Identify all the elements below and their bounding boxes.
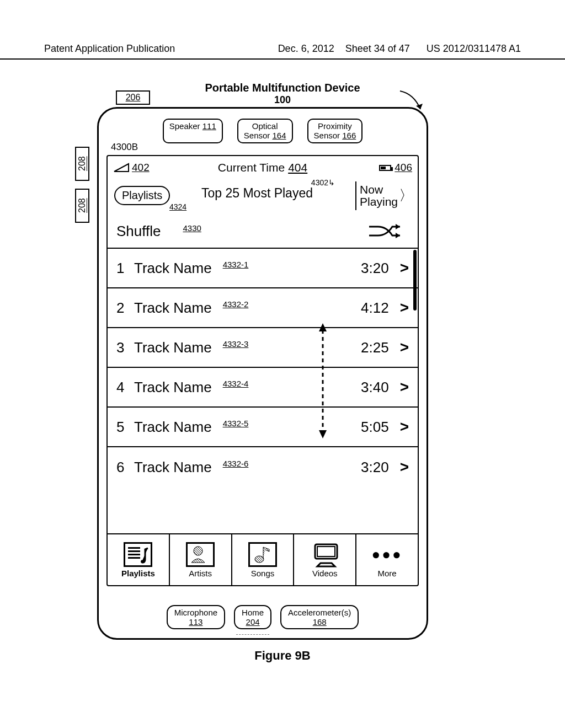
nav-title: Top 25 Most Played	[179, 186, 335, 201]
tab-playlists[interactable]: Playlists	[108, 534, 170, 585]
track-number: 3	[116, 339, 130, 356]
microphone-box: Microphone 113	[167, 605, 225, 630]
svg-rect-8	[128, 550, 140, 552]
svg-marker-0	[416, 104, 423, 109]
home-label: Home	[242, 608, 264, 617]
songs-icon	[248, 542, 277, 567]
home-ref: 204	[246, 617, 260, 627]
track-number: 4	[116, 379, 130, 396]
track-number: 1	[116, 260, 130, 277]
track-number: 6	[116, 459, 130, 476]
svg-marker-1	[114, 164, 129, 172]
tab-artists-label: Artists	[189, 569, 212, 578]
track-row[interactable]: 4Track Name4332-43:40>	[108, 368, 418, 408]
status-time: Current Time 404	[218, 161, 307, 174]
shuffle-icon	[368, 222, 408, 241]
tracks-list[interactable]: 1Track Name4332-13:20>2Track Name4332-24…	[108, 249, 418, 487]
status-bar: 402 Current Time 404 406	[108, 156, 418, 179]
tab-songs[interactable]: Songs	[232, 534, 295, 585]
battery-icon	[379, 165, 391, 171]
battery-ref: 406	[395, 162, 412, 174]
now-playing-line2: Playing	[360, 195, 398, 208]
svg-marker-3	[396, 224, 400, 229]
accelerometer-box: Accelerometer(s) 168	[280, 605, 359, 630]
track-row[interactable]: 6Track Name4332-63:20>	[108, 447, 418, 487]
track-ref: 4332-6	[223, 459, 249, 468]
track-row[interactable]: 3Track Name4332-32:25>	[108, 328, 418, 368]
tab-artists[interactable]: Artists	[170, 534, 232, 585]
svg-rect-14	[317, 547, 335, 556]
now-playing-line1: Now	[360, 183, 383, 196]
tab-more[interactable]: ●●● More	[356, 534, 418, 585]
track-row[interactable]: 1Track Name4332-13:20>	[108, 249, 418, 288]
now-playing-ref: 4302↳	[311, 178, 335, 187]
artists-icon	[186, 542, 215, 567]
ui-ref-4300b: 4300B	[111, 142, 138, 153]
figure-caption: Figure 9B	[0, 649, 565, 663]
proximity-sensor-box: Proximity Sensor 166	[307, 119, 363, 143]
svg-rect-7	[128, 547, 140, 549]
track-name: Track Name	[134, 260, 212, 277]
track-duration: 3:20	[361, 260, 389, 277]
speaker-ref: 111	[202, 121, 216, 131]
track-ref: 4332-4	[223, 379, 249, 388]
accel-label: Accelerometer(s)	[288, 608, 351, 617]
track-name: Track Name	[134, 339, 212, 356]
track-name: Track Name	[134, 379, 212, 396]
touchscreen[interactable]: 402 Current Time 404 406 Playlists 4324 …	[106, 155, 419, 586]
microphone-label: Microphone	[174, 608, 217, 617]
track-row[interactable]: 2Track Name4332-24:12>	[108, 288, 418, 328]
track-name: Track Name	[134, 419, 212, 436]
track-duration: 5:05	[361, 419, 389, 436]
status-time-label: Current Time	[218, 161, 285, 174]
svg-point-12	[255, 556, 264, 563]
shuffle-ref: 4330	[183, 223, 201, 233]
shuffle-row[interactable]: Shuffle 4330	[108, 215, 418, 249]
back-button[interactable]: Playlists	[114, 186, 170, 205]
optical-label1: Optical	[252, 121, 278, 131]
chevron-right-icon: >	[400, 339, 409, 356]
ref-206: 206	[116, 90, 150, 105]
tab-songs-label: Songs	[251, 569, 275, 578]
more-icon: ●●●	[373, 542, 402, 567]
track-row[interactable]: 5Track Name4332-55:05>	[108, 408, 418, 447]
svg-marker-2	[396, 233, 400, 238]
track-ref: 4332-2	[223, 299, 249, 309]
track-ref: 4332-1	[223, 260, 249, 269]
now-playing-button[interactable]: Now Playing 〉	[355, 181, 413, 210]
tab-videos[interactable]: Videos	[294, 534, 356, 585]
svg-rect-10	[128, 557, 140, 559]
tab-playlists-label: Playlists	[121, 569, 155, 578]
page-header: Patent Application Publication Dec. 6, 2…	[44, 43, 521, 55]
header-sheet: Sheet 34 of 47	[345, 43, 410, 54]
playlists-icon	[124, 542, 152, 567]
header-date: Dec. 6, 2012	[278, 43, 334, 54]
videos-icon	[311, 542, 339, 567]
accel-ref: 168	[313, 617, 327, 627]
track-duration: 4:12	[361, 299, 389, 317]
nav-header: Playlists 4324 Top 25 Most Played 4302↳ …	[108, 179, 418, 215]
hardware-row: Microphone 113 Home 204 Accelerometer(s)…	[99, 605, 427, 630]
speaker-box: Speaker 111	[163, 119, 223, 143]
header-rule	[0, 58, 565, 60]
signal-ref: 402	[132, 162, 150, 174]
microphone-ref: 113	[189, 617, 202, 627]
device-outline: Speaker 111 Optical Sensor 164 Proximity…	[97, 107, 428, 640]
track-name: Track Name	[134, 299, 212, 317]
tab-videos-label: Videos	[312, 569, 338, 578]
track-name: Track Name	[134, 459, 212, 476]
proximity-label1: Proximity	[318, 121, 352, 131]
speaker-label: Speaker	[169, 121, 200, 131]
home-button[interactable]: Home 204	[234, 605, 271, 630]
proximity-ref: 166	[342, 131, 356, 140]
svg-rect-9	[128, 554, 140, 555]
device-title-text: Portable Multifunction Device	[205, 82, 360, 94]
tab-more-label: More	[377, 569, 396, 578]
track-duration: 3:40	[361, 379, 389, 396]
track-number: 2	[116, 299, 130, 317]
chevron-right-icon: 〉	[399, 188, 413, 203]
track-number: 5	[116, 419, 130, 436]
ref-208-top: 208	[75, 147, 89, 181]
chevron-right-icon: >	[400, 259, 409, 277]
track-ref: 4332-3	[223, 339, 249, 349]
